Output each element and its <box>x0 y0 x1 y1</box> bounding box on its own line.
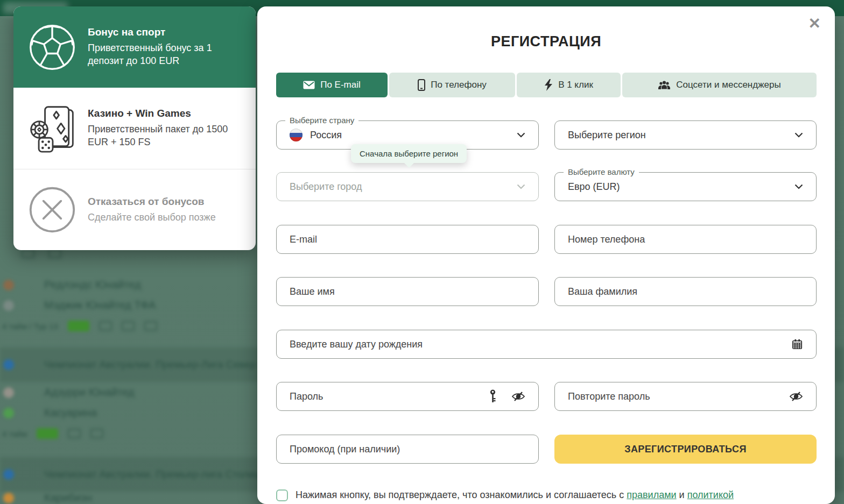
team-name: Карибиэн <box>44 492 92 504</box>
bonus-description: Приветственный пакет до 1500 EUR + 150 F… <box>88 123 244 149</box>
envelope-icon <box>303 81 315 89</box>
bonus-option-refuse[interactable]: Отказаться от бонусов Сделайте свой выбо… <box>13 169 256 250</box>
agreement-text: Нажимая кнопку, вы подтверждаете, что оз… <box>296 488 734 501</box>
country-select-value: Россия <box>310 130 342 141</box>
password-repeat-field-wrap <box>554 382 817 411</box>
country-select-label: Выберите страну <box>285 116 358 125</box>
team-logo <box>3 387 14 398</box>
agreement-row: Нажимая кнопку, вы подтверждаете, что оз… <box>276 488 817 501</box>
region-select-placeholder: Выберите регион <box>568 130 646 141</box>
team-name: Мэджик Юнайтед ТФА <box>44 299 156 311</box>
registration-tabs: По E-mail По телефону В 1 клик Соцсети и <box>276 73 817 97</box>
team-logo <box>3 300 14 311</box>
currency-select[interactable]: Выберите валюту Евро (EUR) <box>554 172 817 201</box>
bet-icon <box>99 321 112 331</box>
tv-icon <box>144 321 157 331</box>
chevron-down-icon <box>517 184 525 189</box>
agreement-checkbox[interactable] <box>276 489 288 501</box>
registration-modal: ✕ РЕГИСТРАЦИЯ По E-mail По телефону В 1 … <box>257 6 835 504</box>
league-logo <box>3 469 14 480</box>
score-badge <box>37 428 58 439</box>
bonus-title: Казино + Win Games <box>88 108 244 119</box>
match-meta: 4 тайм / Тур 13 <box>2 322 58 331</box>
email-input[interactable] <box>290 234 525 245</box>
register-button[interactable]: ЗАРЕГИСТРИРОВАТЬСЯ <box>554 435 817 464</box>
calendar-icon[interactable] <box>791 338 803 350</box>
tab-label: По телефону <box>431 80 487 90</box>
league-logo <box>3 359 14 370</box>
tab-email[interactable]: По E-mail <box>276 73 388 97</box>
tab-label: По E-mail <box>320 80 361 90</box>
casino-cards-icon <box>26 104 78 153</box>
first-name-input[interactable] <box>290 286 525 297</box>
people-group-icon <box>658 80 671 90</box>
birthdate-field-wrap <box>276 330 817 359</box>
stats-icon <box>90 429 103 438</box>
eye-off-icon[interactable] <box>789 391 803 402</box>
password-repeat-input[interactable] <box>568 391 789 402</box>
phone-icon <box>418 79 425 91</box>
team-logo <box>3 493 14 503</box>
agreement-text-before: Нажимая кнопку, вы подтверждаете, что оз… <box>296 489 627 500</box>
eye-off-icon[interactable] <box>511 391 525 402</box>
currency-select-label: Выберите валюту <box>564 167 639 176</box>
currency-select-value: Евро (EUR) <box>568 181 620 193</box>
bonus-title: Отказаться от бонусов <box>88 196 216 208</box>
promo-field-wrap <box>276 435 539 464</box>
rules-link[interactable]: правилами <box>627 489 676 500</box>
first-name-field-wrap <box>276 277 539 306</box>
password-field-wrap <box>276 382 539 411</box>
modal-title: РЕГИСТРАЦИЯ <box>257 33 835 50</box>
close-icon[interactable]: ✕ <box>808 16 821 31</box>
tab-one-click[interactable]: В 1 клик <box>517 73 621 97</box>
soccer-ball-icon <box>26 23 78 72</box>
phone-input[interactable] <box>568 234 803 245</box>
team-name: Редлэндс Юнайтед <box>44 279 141 291</box>
region-select[interactable]: Выберите регион <box>554 120 817 150</box>
chevron-down-icon <box>517 132 525 138</box>
tab-label: В 1 клик <box>558 80 593 90</box>
city-select[interactable]: Выберите город <box>276 172 539 201</box>
team-logo <box>3 408 14 418</box>
tab-phone[interactable]: По телефону <box>389 73 515 97</box>
bonus-title: Бонус на спорт <box>88 26 244 38</box>
team-name: Адзурри Юнайтед <box>44 386 135 399</box>
league-name: Чемпионат Австралии. Премьер-лига Столиц <box>44 468 260 480</box>
last-name-input[interactable] <box>568 286 803 297</box>
city-tooltip: Сначала выберите регион <box>351 144 467 163</box>
bonus-description: Сделайте свой выбор позже <box>88 211 216 224</box>
email-field-wrap <box>276 225 539 254</box>
russia-flag-icon <box>290 129 303 141</box>
lightning-icon <box>544 79 553 91</box>
circle-x-icon <box>26 185 78 235</box>
birthdate-input[interactable] <box>290 339 791 350</box>
stats-icon <box>122 321 135 331</box>
chevron-down-icon <box>794 132 803 138</box>
promo-input[interactable] <box>290 444 525 455</box>
bonus-option-casino[interactable]: Казино + Win Games Приветственный пакет … <box>13 88 256 169</box>
bet-icon <box>68 429 81 438</box>
team-name: Касуарина <box>44 407 97 419</box>
tab-label: Соцсети и мессенджеры <box>676 80 780 90</box>
city-select-placeholder: Выберите город <box>290 181 362 193</box>
last-name-field-wrap <box>554 277 817 306</box>
bonus-selector-panel: Бонус на спорт Приветственный бонус за 1… <box>13 6 256 250</box>
policy-link[interactable]: политикой <box>687 489 734 500</box>
agreement-conjunction: и <box>677 489 687 500</box>
key-icon <box>489 389 496 403</box>
password-input[interactable] <box>290 391 489 402</box>
bonus-option-sport[interactable]: Бонус на спорт Приветственный бонус за 1… <box>13 6 256 88</box>
league-name: Чемпионат Австралии. Премьер-Лига Север <box>44 359 256 371</box>
team-logo <box>3 280 14 290</box>
match-meta: 4 тайм <box>2 429 27 438</box>
score-badge <box>68 321 89 331</box>
phone-field-wrap <box>554 225 817 254</box>
chevron-down-icon <box>794 184 803 189</box>
tab-social[interactable]: Соцсети и мессенджеры <box>622 73 817 97</box>
bonus-description: Приветственный бонус за 1 депозит до 100… <box>88 42 244 68</box>
